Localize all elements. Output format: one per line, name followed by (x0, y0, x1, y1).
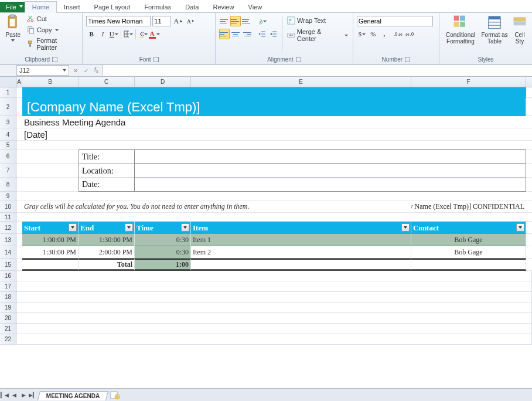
new-sheet-icon[interactable] (110, 390, 120, 400)
table-cell[interactable]: Bob Gage (411, 234, 526, 246)
th-contact[interactable]: Contact (411, 222, 526, 234)
value-title[interactable] (135, 149, 526, 164)
filter-button[interactable] (181, 223, 189, 232)
filter-button[interactable] (125, 223, 133, 232)
font-size-select[interactable] (152, 16, 171, 26)
align-middle-button[interactable] (230, 16, 241, 26)
format-as-table-button[interactable]: Format as Table (480, 14, 509, 45)
col-c[interactable]: C (79, 77, 135, 87)
merge-center-button[interactable]: Merge & Center (286, 28, 349, 43)
select-all-corner[interactable] (0, 77, 16, 87)
row-17[interactable]: 17 (0, 281, 16, 292)
sheet-nav-first[interactable]: ▎◀ (0, 390, 9, 400)
col-f[interactable]: F (411, 77, 526, 87)
row-11[interactable]: 11 (0, 213, 16, 222)
orientation-button[interactable]: ab (257, 16, 267, 26)
italic-button[interactable]: I (97, 29, 108, 39)
spreadsheet[interactable]: A B C D E F 1 2 [Company Name (Excel Tmp… (0, 77, 532, 393)
row-12[interactable]: 12 (0, 222, 16, 234)
table-cell[interactable] (22, 259, 79, 271)
paste-button[interactable]: Paste (4, 14, 23, 45)
name-box[interactable]: J12 (16, 65, 69, 76)
sheet-nav-last[interactable]: ▶▎ (28, 390, 37, 400)
tab-formulas[interactable]: Formulas (137, 2, 178, 12)
col-d[interactable]: D (135, 77, 191, 87)
row-4[interactable]: 4 (0, 128, 16, 141)
cancel-icon[interactable]: ✕ (71, 67, 80, 74)
number-format-select[interactable] (357, 16, 433, 26)
row-15[interactable]: 15 (0, 259, 16, 271)
filter-button[interactable] (69, 223, 77, 232)
table-cell[interactable]: 1:30:00 PM (79, 234, 135, 246)
dialog-launcher-icon[interactable] (52, 57, 57, 62)
row-8[interactable]: 8 (0, 178, 16, 192)
align-top-button[interactable] (219, 16, 230, 26)
increase-decimal-button[interactable]: .0.00 (393, 29, 404, 39)
sheet-nav-prev[interactable]: ◀ (9, 390, 19, 400)
row-2[interactable]: 2 (0, 98, 16, 116)
table-cell[interactable]: Item 1 (191, 234, 411, 246)
tab-home[interactable]: Home (25, 1, 57, 13)
align-right-button[interactable] (241, 29, 252, 39)
row-7[interactable]: 7 (0, 164, 16, 178)
table-cell[interactable]: 0:30 (135, 246, 191, 259)
table-cell[interactable]: 1:00:00 PM (22, 234, 79, 246)
tab-data[interactable]: Data (178, 2, 206, 12)
table-cell[interactable] (411, 259, 526, 271)
th-start[interactable]: Start (22, 222, 79, 234)
value-location[interactable] (135, 164, 526, 178)
sheet-nav-next[interactable]: ▶ (19, 390, 28, 400)
dialog-launcher-icon[interactable] (296, 57, 301, 62)
copy-button[interactable]: Copy (26, 25, 79, 35)
percent-button[interactable]: % (368, 29, 378, 39)
format-painter-button[interactable]: Format Painter (26, 36, 79, 52)
row-1[interactable]: 1 (0, 87, 16, 98)
font-name-select[interactable] (86, 16, 151, 26)
filter-button[interactable] (401, 223, 410, 232)
underline-button[interactable]: U (108, 29, 119, 39)
row-10[interactable]: 10 (0, 200, 16, 213)
borders-button[interactable] (123, 29, 134, 39)
fill-color-button[interactable] (138, 29, 148, 39)
fx-icon[interactable]: fx (93, 66, 100, 74)
row-21[interactable]: 21 (0, 324, 16, 334)
row-5[interactable]: 5 (0, 141, 16, 149)
th-time[interactable]: Time (135, 222, 191, 234)
font-color-button[interactable]: A (149, 29, 159, 39)
table-cell[interactable]: 1:30:00 PM (22, 246, 79, 259)
filter-button[interactable] (516, 223, 524, 232)
dialog-launcher-icon[interactable] (154, 57, 159, 62)
row-13[interactable]: 13 (0, 234, 16, 246)
value-date[interactable] (135, 178, 526, 192)
table-cell[interactable]: Item 2 (191, 246, 411, 259)
decrease-decimal-button[interactable]: .00.0 (404, 29, 415, 39)
tab-view[interactable]: View (241, 2, 270, 12)
row-14[interactable]: 14 (0, 246, 16, 259)
decrease-font-button[interactable]: A▼ (185, 16, 196, 26)
align-bottom-button[interactable] (241, 16, 252, 26)
row-6[interactable]: 6 (0, 149, 16, 164)
dialog-launcher-icon[interactable] (405, 57, 410, 62)
th-end[interactable]: End (79, 222, 135, 234)
sheet-tab-active[interactable]: MEETING AGENDA (37, 391, 109, 400)
row-20[interactable]: 20 (0, 313, 16, 324)
table-cell[interactable]: 0:30 (135, 234, 191, 246)
row-18[interactable]: 18 (0, 292, 16, 303)
row-19[interactable]: 19 (0, 303, 16, 313)
bold-button[interactable]: B (86, 29, 97, 39)
col-b[interactable]: B (22, 77, 79, 87)
comma-button[interactable]: , (379, 29, 390, 39)
th-item[interactable]: Item (191, 222, 411, 234)
row-3[interactable]: 3 (0, 116, 16, 128)
tab-insert[interactable]: Insert (57, 2, 87, 12)
row-22[interactable]: 22 (0, 334, 16, 345)
table-cell[interactable] (191, 259, 411, 271)
row-9[interactable]: 9 (0, 192, 16, 200)
tab-review[interactable]: Review (206, 2, 241, 12)
decrease-indent-button[interactable] (257, 29, 267, 39)
align-left-button[interactable] (219, 29, 230, 39)
enter-icon[interactable]: ✓ (82, 67, 90, 74)
formula-input[interactable] (103, 65, 532, 76)
row-16[interactable]: 16 (0, 271, 16, 281)
increase-font-button[interactable]: A▲ (173, 16, 183, 26)
